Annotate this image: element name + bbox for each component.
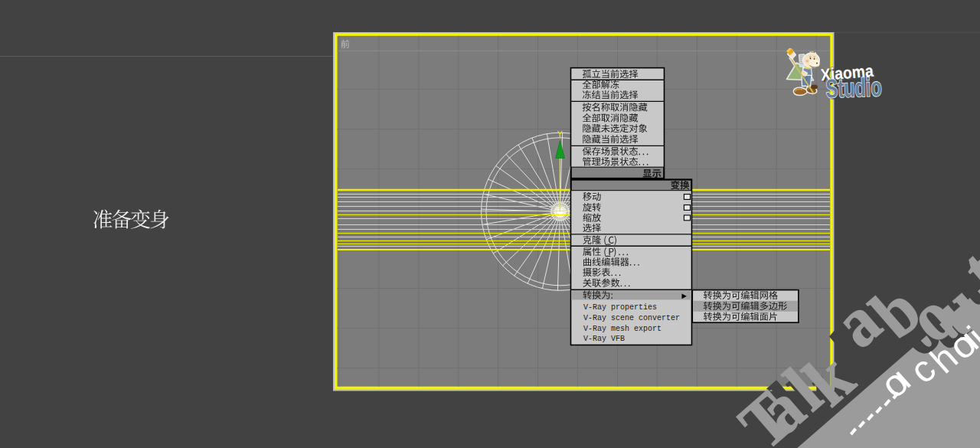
svg-text:V-Ray scene converter: V-Ray scene converter [583,314,680,322]
svg-text:V-Ray VFB: V-Ray VFB [583,335,625,343]
svg-text:V-Ray mesh export: V-Ray mesh export [583,325,662,333]
svg-text:V-Ray properties: V-Ray properties [583,303,657,312]
svg-text:Studio: Studio [825,72,882,103]
